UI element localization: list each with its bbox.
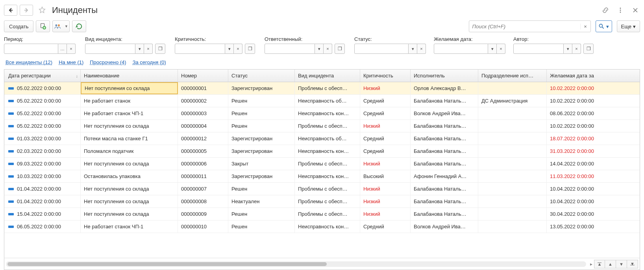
filter-crit-input[interactable] [175, 44, 225, 54]
cell-unit [478, 220, 547, 233]
table-row[interactable]: 01.04.2022 0:00:00Нет поступления со скл… [4, 183, 640, 195]
filter-type-input[interactable] [85, 44, 135, 54]
scrollbar-thumb[interactable] [7, 262, 327, 266]
cell-type: Неисправность об… [295, 132, 360, 145]
cell-criticality: Высокий [360, 170, 411, 182]
cell-unit: ДС Администрация [478, 95, 547, 107]
filter-author-drop[interactable]: ▾ [564, 44, 572, 54]
cell-unit [478, 132, 547, 145]
filter-period-pick[interactable]: … [58, 44, 67, 54]
favorite-star-icon[interactable] [37, 5, 47, 15]
filter-label-type: Вид инцидента: [85, 36, 172, 42]
table-row[interactable]: 15.04.2022 0:00:00Нет поступления со скл… [4, 208, 640, 220]
row-status-icon [8, 100, 14, 102]
create-button[interactable]: Создать [4, 20, 33, 32]
row-status-icon [8, 163, 14, 165]
filter-resp-clear[interactable]: × [324, 44, 332, 54]
row-status-icon [8, 150, 14, 152]
search-box[interactable]: × [469, 20, 591, 32]
more-button[interactable]: Еще ▾ [617, 20, 640, 32]
filter-resp-input[interactable] [265, 44, 315, 54]
table-row[interactable]: 05.02.2022 0:00:00Нет поступления со скл… [4, 82, 640, 95]
cell-status: Зарегистрирован [228, 132, 295, 145]
quicklink-overdue[interactable]: Просрочено (4) [90, 59, 126, 65]
col-date[interactable]: Дата регистрации ↓ [4, 70, 81, 82]
search-button[interactable]: ▾ [596, 20, 612, 32]
table-row[interactable]: 01.04.2022 0:00:00Нет поступления со скл… [4, 195, 640, 208]
nav-back-button[interactable] [4, 5, 17, 16]
cell-unit [478, 120, 547, 132]
cell-executor: Орлов Александр В… [411, 82, 478, 94]
cell-status: Зарегистрирован [228, 170, 295, 182]
scroll-right-icon[interactable]: ▸ [590, 261, 592, 267]
row-status-icon [8, 125, 14, 127]
table-row[interactable]: 05.02.2022 0:00:00Не работает станок ЧП-… [4, 107, 640, 120]
filter-period-input[interactable] [4, 44, 58, 54]
cell-criticality: Средний [360, 95, 411, 107]
filter-status-clear[interactable]: × [417, 44, 426, 54]
table-row[interactable]: 02.03.2022 0:00:00Поломался податчик0000… [4, 145, 640, 158]
col-number[interactable]: Номер [178, 70, 228, 82]
filter-due-clear[interactable]: × [497, 44, 505, 54]
filter-type-popup[interactable]: ❐ [155, 44, 165, 54]
nav-up-button[interactable]: ▲ [605, 260, 616, 268]
row-status-icon [8, 112, 14, 115]
cell-criticality: Низкий [360, 183, 411, 195]
filter-period-clear[interactable]: × [67, 44, 76, 54]
col-executor[interactable]: Исполнитель [411, 70, 478, 82]
table-row[interactable]: 06.05.2022 0:00:00Не работает станок ЧП-… [4, 220, 640, 233]
table-row[interactable]: 01.03.2022 0:00:00Потеки масла на станке… [4, 132, 640, 145]
col-criticality[interactable]: Критичность [360, 70, 411, 82]
filter-due-input[interactable] [434, 44, 488, 54]
chevron-down-icon: ▼ [65, 24, 68, 28]
quicklink-today[interactable]: За сегодня (0) [133, 59, 166, 65]
svg-point-4 [620, 12, 621, 13]
filter-resp-drop[interactable]: ▾ [315, 44, 324, 54]
col-type[interactable]: Вид инцидента [295, 70, 360, 82]
link-icon[interactable] [601, 6, 610, 15]
filter-crit-drop[interactable]: ▾ [225, 44, 234, 54]
quicklink-mine[interactable]: На мне (1) [59, 59, 83, 65]
nav-forward-button[interactable] [20, 5, 33, 16]
search-input[interactable] [469, 21, 580, 32]
col-due[interactable]: Желаемая дата за [547, 70, 614, 82]
cell-status: Решен [228, 95, 295, 107]
row-status-icon [8, 138, 14, 140]
cell-criticality: Низкий [360, 120, 411, 132]
col-name[interactable]: Наименование [81, 70, 178, 82]
filter-resp-popup[interactable]: ❐ [335, 44, 345, 54]
kebab-menu-icon[interactable] [616, 6, 625, 15]
page-title: Инциденты [52, 5, 98, 15]
table-row[interactable]: 10.03.2022 0:00:00Остановилась упаковка0… [4, 170, 640, 183]
filter-crit-popup[interactable]: ❐ [245, 44, 255, 54]
filter-type-drop[interactable]: ▾ [135, 44, 144, 54]
table-row[interactable]: 05.02.2022 0:00:00Не работает станок0000… [4, 95, 640, 107]
search-clear-button[interactable]: × [580, 24, 590, 29]
nav-down-button[interactable]: ▼ [616, 260, 627, 268]
filter-author-clear[interactable]: × [572, 44, 581, 54]
sort-desc-icon: ↓ [76, 73, 78, 78]
filter-status-drop[interactable]: ▾ [409, 44, 417, 54]
filter-author-popup[interactable]: ❐ [583, 44, 594, 54]
filter-label-due: Желаемая дата: [434, 36, 511, 42]
table-row[interactable]: 05.02.2022 0:00:00Нет поступления со скл… [4, 120, 640, 132]
filter-label-criticality: Критичность: [175, 36, 262, 42]
col-unit[interactable]: Подразделение исп… [478, 70, 547, 82]
filter-due-drop[interactable]: ▾ [488, 44, 497, 54]
filter-crit-clear[interactable]: × [234, 44, 242, 54]
refresh-button[interactable] [72, 20, 86, 32]
nav-last-button[interactable]: ▼ [627, 260, 638, 268]
filter-type-clear[interactable]: × [144, 44, 153, 54]
filter-author-input[interactable] [513, 44, 564, 54]
quicklink-all[interactable]: Все инциденты (12) [6, 59, 52, 65]
copy-plus-icon [39, 23, 46, 30]
group-button[interactable]: ▼ [52, 20, 70, 32]
cell-executor: Балабанова Наталь… [411, 120, 478, 132]
horizontal-scrollbar[interactable]: ▸ [6, 261, 586, 267]
close-icon[interactable] [631, 6, 640, 15]
table-row[interactable]: 09.03.2022 0:00:00Нет поступления со скл… [4, 158, 640, 170]
copy-button[interactable] [36, 20, 50, 32]
filter-status-input[interactable] [354, 44, 409, 54]
col-status[interactable]: Статус [228, 70, 295, 82]
nav-first-button[interactable]: ▲ [594, 260, 605, 268]
